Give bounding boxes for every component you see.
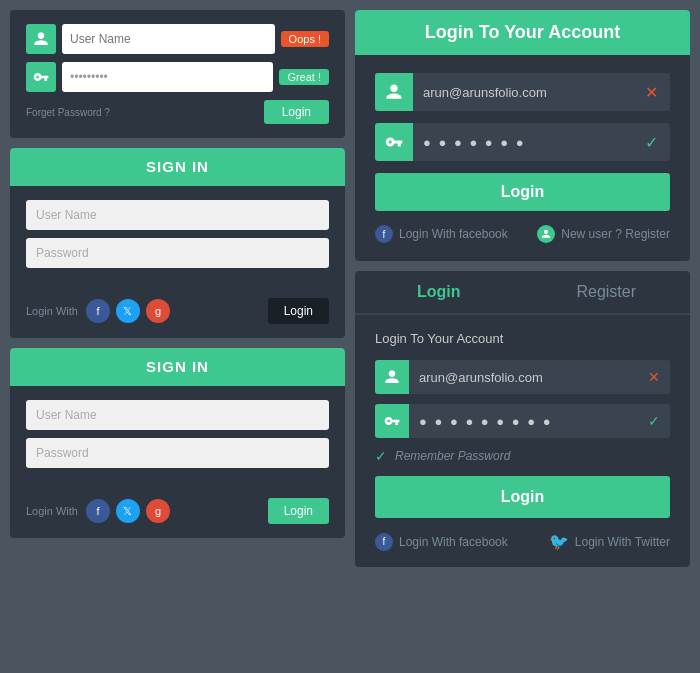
tabbed-links: f Login With facebook 🐦 Login With Twitt… xyxy=(375,532,670,551)
signin-footer-1: Login With f 𝕏 g Login xyxy=(10,290,345,338)
error-badge: Oops ! xyxy=(281,31,329,47)
facebook-icon-1[interactable]: f xyxy=(86,299,110,323)
small-username-input[interactable] xyxy=(62,24,275,54)
account-header: Login To Your Account xyxy=(355,10,690,55)
account-password-dots: ● ● ● ● ● ● ● xyxy=(413,123,645,161)
tabbed-password-row: ● ● ● ● ● ● ● ● ● ✓ xyxy=(375,404,670,438)
signin2-password-block: Password xyxy=(26,438,329,468)
login-with-label-1: Login With xyxy=(26,305,78,317)
tab-register[interactable]: Register xyxy=(523,271,691,313)
login-with-section-1: Login With f 𝕏 g xyxy=(26,299,170,323)
signin2-username-block: User Name xyxy=(26,400,329,430)
tabbed-email-status: ✕ xyxy=(648,369,670,385)
forgot-login-row: Forget Password ? Login xyxy=(26,100,329,124)
signin-header-1: SIGN IN xyxy=(10,148,345,186)
remember-label: Remember Password xyxy=(395,449,510,463)
tabbed-body: Login To Your Account ✕ ● ● ● ● ● ● ● ● … xyxy=(355,315,690,567)
account-register-link[interactable]: New user ? Register xyxy=(537,225,670,243)
tabbed-email-input[interactable] xyxy=(409,360,648,394)
account-title: Login To Your Account xyxy=(425,22,620,42)
forgot-password-link[interactable]: Forget Password ? xyxy=(26,107,110,118)
account-fb-label: Login With facebook xyxy=(399,227,508,241)
facebook-icon-2[interactable]: f xyxy=(86,499,110,523)
account-key-icon xyxy=(375,123,413,161)
social-icons-1: f 𝕏 g xyxy=(86,299,170,323)
tabbed-password-status: ✓ xyxy=(648,413,670,429)
signin2-password-label: Password xyxy=(36,446,319,460)
left-column: Oops ! Great ! Forget Password ? Login S… xyxy=(10,10,345,567)
tabbed-email-row: ✕ xyxy=(375,360,670,394)
account-email-status: ✕ xyxy=(645,83,670,102)
signin-body-2: User Name Password xyxy=(10,386,345,490)
account-links: f Login With facebook New user ? Registe… xyxy=(375,225,670,243)
googleplus-icon-2[interactable]: g xyxy=(146,499,170,523)
account-login-button[interactable]: Login xyxy=(375,173,670,211)
tabbed-user-icon xyxy=(375,360,409,394)
login-with-section-2: Login With f 𝕏 g xyxy=(26,499,170,523)
account-register-icon xyxy=(537,225,555,243)
signin1-username-block: User Name xyxy=(26,200,329,230)
signin-footer-2: Login With f 𝕏 g Login xyxy=(10,490,345,538)
tab-login[interactable]: Login xyxy=(355,271,523,313)
login-with-label-2: Login With xyxy=(26,505,78,517)
password-row: Great ! xyxy=(26,62,329,92)
social-icons-2: f 𝕏 g xyxy=(86,499,170,523)
signin-widget-1: SIGN IN User Name Password Login With f … xyxy=(10,148,345,338)
signin-body-1: User Name Password xyxy=(10,186,345,290)
signin2-login-button[interactable]: Login xyxy=(268,498,329,524)
tabbed-tw-icon: 🐦 xyxy=(549,532,569,551)
signin1-password-block: Password xyxy=(26,238,329,268)
twitter-icon-2[interactable]: 𝕏 xyxy=(116,499,140,523)
signin-title-2: SIGN IN xyxy=(146,358,209,375)
account-fb-link[interactable]: f Login With facebook xyxy=(375,225,508,243)
remember-check-icon: ✓ xyxy=(375,448,387,464)
account-user-icon xyxy=(375,73,413,111)
username-row: Oops ! xyxy=(26,24,329,54)
googleplus-icon-1[interactable]: g xyxy=(146,299,170,323)
tabbed-subtitle: Login To Your Account xyxy=(375,331,670,346)
tabbed-password-dots: ● ● ● ● ● ● ● ● ● xyxy=(409,404,648,438)
account-login-widget: Login To Your Account ✕ ● ● ● ● ● ● ● ✓ xyxy=(355,10,690,261)
signin1-username-label: User Name xyxy=(36,208,319,222)
key-icon xyxy=(26,62,56,92)
account-email-row: ✕ xyxy=(375,73,670,111)
account-body: ✕ ● ● ● ● ● ● ● ✓ Login f Login With fac… xyxy=(355,55,690,261)
right-column: Login To Your Account ✕ ● ● ● ● ● ● ● ✓ xyxy=(355,10,690,567)
user-icon xyxy=(26,24,56,54)
tabbed-widget: Login Register Login To Your Account ✕ ●… xyxy=(355,271,690,567)
tabbed-fb-icon: f xyxy=(375,533,393,551)
signin1-login-button[interactable]: Login xyxy=(268,298,329,324)
account-register-label: New user ? Register xyxy=(561,227,670,241)
twitter-icon-1[interactable]: 𝕏 xyxy=(116,299,140,323)
account-password-row: ● ● ● ● ● ● ● ✓ xyxy=(375,123,670,161)
small-login-button[interactable]: Login xyxy=(264,100,329,124)
tabbed-fb-link[interactable]: f Login With facebook xyxy=(375,533,508,551)
tabbed-key-icon xyxy=(375,404,409,438)
tabbed-fb-label: Login With facebook xyxy=(399,535,508,549)
tabbed-tw-link[interactable]: 🐦 Login With Twitter xyxy=(549,532,670,551)
account-password-status: ✓ xyxy=(645,133,670,152)
small-password-input[interactable] xyxy=(62,62,273,92)
tabbed-login-button[interactable]: Login xyxy=(375,476,670,518)
account-email-input[interactable] xyxy=(413,73,645,111)
account-fb-icon: f xyxy=(375,225,393,243)
signin-header-2: SIGN IN xyxy=(10,348,345,386)
success-badge: Great ! xyxy=(279,69,329,85)
remember-row: ✓ Remember Password xyxy=(375,448,670,464)
signin-title-1: SIGN IN xyxy=(146,158,209,175)
tabbed-tw-label: Login With Twitter xyxy=(575,535,670,549)
signin2-username-label: User Name xyxy=(36,408,319,422)
signin1-password-label: Password xyxy=(36,246,319,260)
small-login-widget: Oops ! Great ! Forget Password ? Login xyxy=(10,10,345,138)
signin-widget-2: SIGN IN User Name Password Login With f … xyxy=(10,348,345,538)
tab-header: Login Register xyxy=(355,271,690,315)
